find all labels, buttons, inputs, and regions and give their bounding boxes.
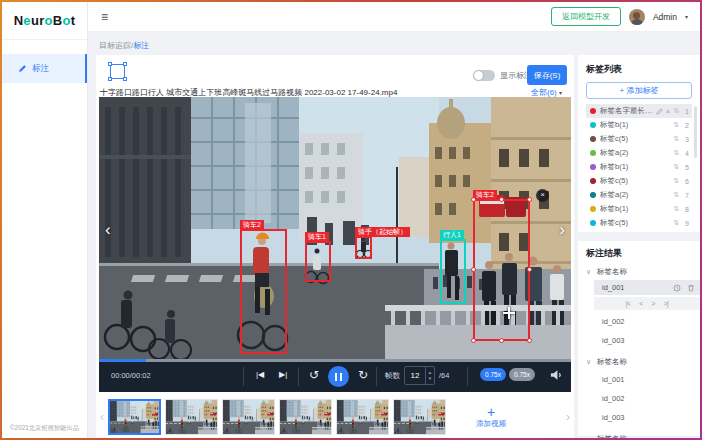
rect-select-tool-icon[interactable] [110,64,125,79]
label-row[interactable]: 标签a(2)⇅7 [586,188,692,202]
first-page-icon[interactable]: |< [626,300,630,307]
delete-label-icon[interactable]: × [666,107,670,116]
frame-number-input[interactable]: 12 ▲▼ [404,366,435,385]
delete-annotation-icon[interactable]: × [536,189,549,202]
video-thumbnail[interactable] [336,399,389,435]
frame-stepper[interactable]: ▲▼ [425,367,434,384]
label-row[interactable]: 标签名字最长数... × ⇅ 1 [586,104,692,118]
avatar[interactable] [629,9,645,25]
logo-letter: B [53,13,63,28]
result-group-header[interactable]: ∨标签名称 [586,354,692,370]
speed-active-pill[interactable]: 0.75x [480,368,506,381]
frame-count-label: 帧数 [385,371,400,381]
label-row[interactable]: 标签a(2)⇅4 [586,146,692,160]
edit-icon[interactable] [656,108,663,115]
video-thumbnail[interactable] [165,399,218,435]
history-icon[interactable] [673,284,681,292]
label-row[interactable]: 标签c(5)⇅9 [586,216,692,230]
bbox-selected[interactable]: 骑车2 [473,199,530,341]
sort-icon[interactable]: ⇅ [673,177,679,185]
collapse-menu-icon[interactable]: ≡ [101,11,108,23]
resize-handle[interactable] [527,267,532,272]
next-page-icon[interactable]: > [652,300,655,307]
breadcrumb-current: 标注 [133,41,149,50]
bbox-label: 骑车2 [473,190,497,200]
label-color-dot [590,136,596,142]
resize-handle[interactable] [527,197,532,202]
back-to-model-dev-button[interactable]: 返回模型开发 [551,7,621,26]
progress-bar[interactable] [99,359,571,362]
resize-handle[interactable] [471,338,476,343]
sort-icon[interactable]: ⇅ [673,135,679,143]
pencil-icon [18,64,27,73]
logo-letter: e [23,13,31,28]
resize-handle[interactable] [527,338,532,343]
rewind-10-icon[interactable]: ↺ [309,368,319,382]
resize-handle[interactable] [471,267,476,272]
result-item-selected[interactable]: id_001 [594,280,700,295]
next-video-chevron[interactable]: › [559,221,565,238]
video-thumbnail[interactable] [108,399,161,435]
prev-video-chevron[interactable]: ‹ [105,221,111,238]
next-frame-icon[interactable]: ▶| [279,370,287,379]
plus-icon: + [487,405,495,419]
save-button[interactable]: 保存(S) [527,65,567,85]
app-root: NeuroBot 标注 ©2021北京矩视智能出品 ≡ 返回模型开发 Admin… [2,2,700,438]
video-thumbnail[interactable] [279,399,332,435]
label-row[interactable]: 标签b(1)⇅8 [586,202,692,216]
result-item[interactable]: id_002 [586,389,692,408]
user-name[interactable]: Admin [653,12,677,22]
label-color-dot [590,164,596,170]
thumbs-prev-chevron[interactable]: ‹ [96,410,108,424]
sort-icon[interactable]: ⇅ [673,205,679,213]
frame-number-value[interactable]: 12 [405,367,425,384]
video-canvas[interactable]: 骑车2 骑车1 骑手（起始帧） 行人1 骑车2 × [99,97,571,359]
sort-icon[interactable]: ⇅ [673,149,679,157]
sidebar: NeuroBot 标注 ©2021北京矩视智能出品 [2,2,88,438]
chevron-down-icon[interactable]: ▾ [685,13,688,20]
result-group-header[interactable]: >标签名称 [586,431,692,438]
label-row[interactable]: 标签c(5)⇅6 [586,174,692,188]
prev-page-icon[interactable]: < [639,300,642,307]
label-row[interactable]: 标签c(5)⇅3 [586,132,692,146]
resize-handle[interactable] [499,197,504,202]
bbox-pedestrian-1[interactable]: 行人1 [440,239,466,304]
label-list-title: 标签列表 [586,63,692,76]
result-item[interactable]: id_003 [586,331,692,350]
sort-icon[interactable]: ⇅ [673,107,679,115]
bbox-cyclist-1[interactable]: 骑车1 [305,241,331,282]
result-group-header[interactable]: ∨标签名称 [586,264,692,280]
breadcrumb-parent[interactable]: 目标追踪 [99,41,131,50]
result-item[interactable]: id_001 [586,370,692,389]
scrollbar-thumb[interactable] [694,106,697,158]
bbox-cyclist-2[interactable]: 骑车2 [240,229,287,354]
show-annotation-toggle[interactable] [473,70,495,81]
bbox-rider-startframe[interactable]: 骑手（起始帧） [355,236,372,259]
forward-10-icon[interactable]: ↻ [358,368,368,382]
label-rows: 标签名字最长数... × ⇅ 1 标签b(1)⇅2 标签c(5)⇅3 标签a(2… [586,104,692,230]
breadcrumb: 目标追踪/标注 [99,40,149,51]
add-label-button[interactable]: + 添加标签 [586,82,692,99]
video-thumbnail[interactable] [222,399,275,435]
sort-icon[interactable]: ⇅ [673,191,679,199]
last-page-icon[interactable]: >| [664,300,668,307]
video-thumbnail[interactable] [393,399,446,435]
pause-button[interactable] [328,366,349,387]
label-row[interactable]: 标签b(1)⇅5 [586,160,692,174]
prev-frame-icon[interactable]: |◀ [256,370,264,379]
result-item[interactable]: id_002 [586,312,692,331]
sort-icon[interactable]: ⇅ [673,219,679,227]
trash-icon[interactable] [687,284,695,292]
label-row[interactable]: 标签b(1)⇅2 [586,118,692,132]
resize-handle[interactable] [471,197,476,202]
result-item[interactable]: id_003 [586,408,692,427]
sort-icon[interactable]: ⇅ [673,163,679,171]
sort-icon[interactable]: ⇅ [673,121,679,129]
sidebar-item-annotate[interactable]: 标注 [2,54,87,83]
speed-secondary-pill[interactable]: 0.75x [509,368,535,381]
volume-icon[interactable] [550,369,563,381]
resize-handle[interactable] [499,338,504,343]
add-video-button[interactable]: + 添加视频 [456,397,526,437]
thumbs-next-chevron[interactable]: › [562,410,574,424]
panel-divider [578,232,700,241]
